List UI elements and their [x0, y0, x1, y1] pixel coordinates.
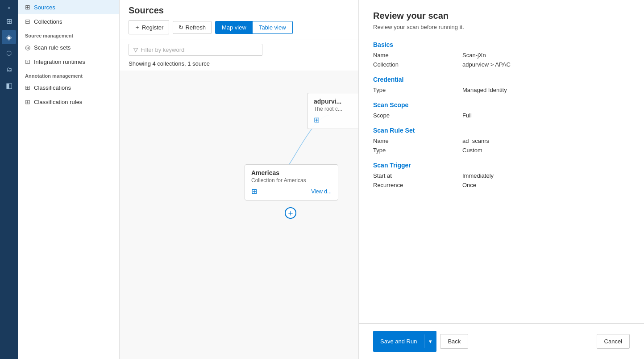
sidebar-item-classification-rules[interactable]: ⊞ Classification rules	[18, 95, 119, 109]
credential-type-label: Type	[373, 87, 462, 93]
root-node-title: adpurvi...	[314, 98, 358, 105]
cancel-button[interactable]: Cancel	[597, 334, 630, 349]
table-view-button[interactable]: Table view	[253, 21, 292, 33]
toolbar: ＋ Register ↻ Refresh Map view Table view	[129, 20, 349, 39]
sidebar-label-integration-runtimes: Integration runtimes	[34, 58, 85, 65]
scan-rule-set-type-value: Custom	[462, 147, 482, 154]
filter-input[interactable]: ▽ Filter by keyword	[129, 44, 262, 56]
scan-trigger-start-value: Immediately	[462, 172, 494, 179]
sidebar-label-collections: Collections	[34, 18, 62, 25]
sources-icon: ⊞	[25, 4, 30, 11]
americas-node-title: Americas	[251, 169, 332, 176]
review-intro: Review your scan before running it.	[373, 24, 630, 30]
scan-rule-set-type-row: Type Custom	[373, 147, 630, 154]
nav-icon-2[interactable]: ◈	[2, 30, 16, 44]
sidebar-label-scan-rule-sets: Scan rule sets	[34, 44, 71, 51]
collections-icon: ⊟	[25, 18, 30, 25]
sidebar-item-integration-runtimes[interactable]: ⊡ Integration runtimes	[18, 54, 119, 69]
basics-name-label: Name	[373, 52, 462, 58]
filter-placeholder: Filter by keyword	[141, 46, 184, 53]
map-view-button[interactable]: Map view	[216, 21, 253, 33]
refresh-button[interactable]: ↻ Refresh	[173, 21, 212, 34]
americas-node-footer: ⊞ View d...	[251, 187, 332, 196]
source-management-label: Source management	[18, 29, 119, 40]
scan-rule-sets-icon: ◎	[25, 44, 30, 51]
scan-rule-set-name-value: ad_scanrs	[462, 138, 489, 144]
nav-icon-3[interactable]: ⬡	[2, 46, 16, 60]
filter-icon: ▽	[133, 46, 138, 53]
view-toggle: Map view Table view	[215, 21, 293, 34]
expand-icon[interactable]: »	[6, 4, 12, 12]
save-and-run-button[interactable]: Save and Run ▾	[373, 331, 436, 352]
scan-rule-set-section-title: Scan Rule Set	[373, 127, 630, 134]
credential-type-value: Managed Identity	[462, 87, 507, 93]
root-node-grid-icon: ⊞	[314, 116, 320, 124]
refresh-icon: ↻	[179, 24, 183, 31]
page-title: Sources	[129, 5, 349, 16]
scan-scope-row: Scope Full	[373, 112, 630, 119]
map-container: adpurvi... The root c... ⊞ Americas Coll…	[120, 71, 358, 359]
classifications-icon: ⊞	[25, 84, 30, 91]
main-header: Sources ＋ Register ↻ Refresh Map view Ta…	[120, 0, 358, 39]
map-node-americas[interactable]: Americas Collection for Americas ⊞ View …	[245, 164, 338, 200]
basics-name-row: Name Scan-jXn	[373, 52, 630, 58]
main-area: Sources ＋ Register ↻ Refresh Map view Ta…	[120, 0, 358, 359]
americas-node-grid-icon: ⊞	[251, 187, 257, 196]
sidebar-item-collections[interactable]: ⊟ Collections	[18, 14, 119, 29]
view-details-link[interactable]: View d...	[311, 188, 332, 195]
basics-name-value: Scan-jXn	[462, 52, 486, 58]
annotation-management-label: Annotation management	[18, 69, 119, 80]
sidebar-item-classifications[interactable]: ⊞ Classifications	[18, 80, 119, 95]
review-panel-content: Review your scan Review your scan before…	[359, 0, 644, 323]
scan-trigger-recurrence-label: Recurrence	[373, 182, 462, 188]
nav-icon-1[interactable]: ⊞	[2, 14, 16, 28]
scan-rule-set-name-row: Name ad_scanrs	[373, 138, 630, 144]
integration-runtimes-icon: ⊡	[25, 58, 30, 65]
sidebar-item-sources[interactable]: ⊞ Sources	[18, 0, 119, 14]
root-node-subtitle: The root c...	[314, 106, 358, 112]
review-panel-title: Review your scan	[373, 11, 630, 21]
basics-collection-row: Collection adpurview > APAC	[373, 61, 630, 68]
map-node-root[interactable]: adpurvi... The root c... ⊞	[307, 93, 358, 129]
save-and-run-label: Save and Run	[373, 334, 424, 348]
sidebar-label-classification-rules: Classification rules	[34, 99, 82, 105]
credential-section-title: Credential	[373, 76, 630, 83]
back-button[interactable]: Back	[440, 334, 468, 349]
sidebar-label-sources: Sources	[34, 4, 55, 11]
sidebar: ⊞ Sources ⊟ Collections Source managemen…	[18, 0, 120, 359]
icon-bar: » ⊞ ◈ ⬡ 🗂 ◧	[0, 0, 18, 359]
scan-scope-label: Scope	[373, 112, 462, 119]
scan-trigger-start-label: Start at	[373, 172, 462, 179]
showing-text: Showing 4 collections, 1 source	[120, 60, 358, 71]
sidebar-label-classifications: Classifications	[34, 84, 71, 91]
register-icon: ＋	[134, 23, 140, 31]
scan-trigger-recurrence-row: Recurrence Once	[373, 182, 630, 188]
review-panel: Review your scan Review your scan before…	[358, 0, 644, 359]
basics-collection-value: adpurview > APAC	[462, 61, 511, 68]
scan-trigger-start-row: Start at Immediately	[373, 172, 630, 179]
classification-rules-icon: ⊞	[25, 98, 30, 105]
scan-scope-section-title: Scan Scope	[373, 101, 630, 109]
scan-trigger-section-title: Scan Trigger	[373, 162, 630, 169]
scan-trigger-recurrence-value: Once	[462, 182, 476, 188]
add-collection-button[interactable]: ＋	[285, 207, 296, 219]
nav-icon-5[interactable]: ◧	[2, 78, 16, 92]
basics-section-title: Basics	[373, 41, 630, 48]
map-canvas[interactable]: adpurvi... The root c... ⊞ Americas Coll…	[120, 71, 358, 359]
review-panel-footer: Save and Run ▾ Back Cancel	[359, 323, 644, 359]
credential-type-row: Type Managed Identity	[373, 87, 630, 93]
nav-icon-4[interactable]: 🗂	[2, 62, 16, 76]
filter-bar: ▽ Filter by keyword	[120, 39, 358, 60]
americas-node-subtitle: Collection for Americas	[251, 177, 332, 184]
scan-rule-set-name-label: Name	[373, 138, 462, 144]
scan-rule-set-type-label: Type	[373, 147, 462, 154]
scan-scope-value: Full	[462, 112, 472, 119]
register-button[interactable]: ＋ Register	[129, 20, 169, 34]
save-and-run-dropdown-arrow[interactable]: ▾	[424, 334, 436, 348]
basics-collection-label: Collection	[373, 61, 462, 68]
root-node-footer: ⊞	[314, 116, 358, 124]
sidebar-item-scan-rule-sets[interactable]: ◎ Scan rule sets	[18, 40, 119, 54]
